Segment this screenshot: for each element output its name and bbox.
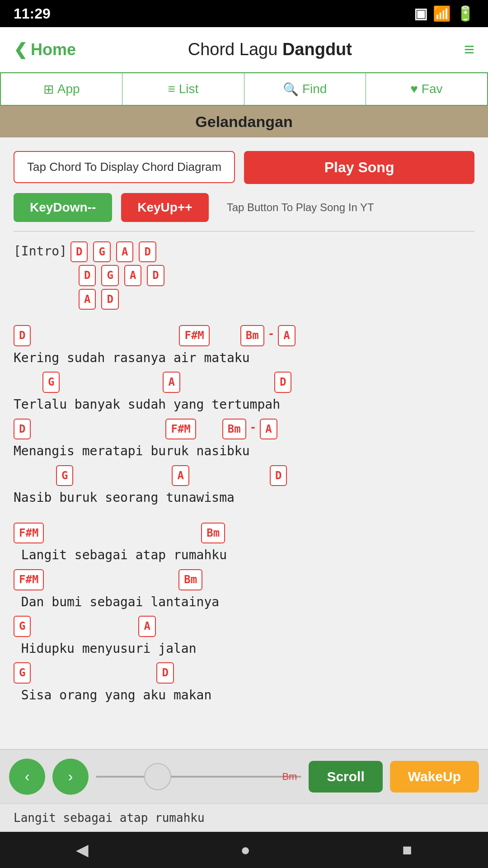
status-icons: ▣ 📶 🔋 (414, 5, 474, 22)
prev-icon: ‹ (25, 768, 30, 785)
chord-v1-A2[interactable]: A (163, 372, 180, 392)
chord-D2[interactable]: D (139, 241, 156, 262)
song-title: Gelandangan (195, 113, 292, 131)
preview-lyric-bar: Langit sebagai atap rumahku (0, 803, 488, 832)
chord-v1-D2[interactable]: D (274, 372, 291, 392)
chord-c-Bm1[interactable]: Bm (201, 523, 225, 543)
android-nav-bar: ◀ ● ■ (0, 832, 488, 868)
chord-v1-FsharpM2[interactable]: F#M (165, 419, 196, 439)
play-song-button[interactable]: Play Song (244, 151, 474, 184)
chord-dash2: - (248, 418, 258, 440)
chord-v1-Bm2[interactable]: Bm (222, 419, 246, 439)
intro-line-2: D G A D (77, 264, 474, 287)
intro-block: [Intro] D G A D D G A D A D (14, 241, 474, 311)
lyric-3: Menangis meratapi buruk nasibku (14, 441, 474, 462)
tap-chord-button[interactable]: Tap Chord To Display Chord Diagram (14, 151, 235, 183)
next-icon: › (68, 768, 73, 785)
scroll-button[interactable]: Scroll (309, 761, 382, 793)
next-button[interactable]: › (52, 759, 89, 795)
intro-line-1: [Intro] D G A D (14, 241, 474, 263)
chorus-chord-row3: G A (14, 615, 474, 637)
chorus-chord-row4: G D (14, 661, 474, 684)
chord-G2[interactable]: G (101, 265, 118, 286)
signal-icon: 📶 (433, 5, 451, 22)
home-button[interactable]: ❮ Home (14, 40, 76, 59)
chord-v1-Bm1[interactable]: Bm (240, 325, 264, 346)
key-up-button[interactable]: KeyUp++ (121, 193, 208, 222)
chord-D3[interactable]: D (79, 265, 96, 286)
chord-v1-A3[interactable]: A (260, 419, 277, 439)
chord-c-G1[interactable]: G (14, 616, 31, 637)
intro-line-3: A D (77, 288, 474, 311)
slider-track (96, 776, 301, 778)
chord-dash1: - (266, 324, 276, 347)
sim-icon: ▣ (414, 5, 427, 22)
home-label: Home (31, 40, 76, 59)
chord-v1-D3[interactable]: D (14, 419, 31, 439)
android-recent-button[interactable]: ■ (402, 840, 412, 859)
android-back-button[interactable]: ◀ (76, 840, 89, 859)
fav-icon: ♥ (410, 82, 418, 96)
nav-title: Chord Lagu Dangdut (188, 40, 352, 59)
chord-v1-A4[interactable]: A (172, 465, 189, 486)
chord-c-FsharpM1[interactable]: F#M (14, 523, 44, 543)
chord-sheet: [Intro] D G A D D G A D A D D (14, 241, 474, 706)
chord-v1-A1[interactable]: A (278, 325, 295, 346)
chord-v1-G1[interactable]: G (42, 372, 60, 392)
chorus-lyric-2: Dan bumi sebagai lantainya (14, 592, 474, 613)
chord-A2[interactable]: A (124, 265, 141, 286)
preview-lyric-text: Langit sebagai atap rumahku (14, 811, 205, 825)
chord-G1[interactable]: G (93, 241, 110, 262)
chord-c-G2[interactable]: G (14, 662, 31, 683)
chorus-lyric-3: Hidupku menyusuri jalan (14, 639, 474, 659)
yt-hint: Tap Button To Play Song In YT (227, 201, 374, 214)
verse1-chord-row1: D F#M Bm - A (14, 324, 474, 347)
chord-A1[interactable]: A (116, 241, 133, 262)
chord-c-D1[interactable]: D (156, 662, 174, 683)
top-nav: ❮ Home Chord Lagu Dangdut ≡ (0, 27, 488, 72)
key-down-button[interactable]: KeyDown-- (14, 193, 112, 222)
chord-A3[interactable]: A (79, 289, 96, 310)
chord-c-Bm2[interactable]: Bm (178, 569, 202, 590)
slider-thumb[interactable] (144, 763, 171, 790)
slider-bm-label: Bm (282, 771, 297, 783)
chorus-block: F#M Bm Langit sebagai atap rumahku F#M B… (14, 522, 474, 706)
back-arrow-icon: ❮ (14, 40, 27, 59)
key-row: KeyDown-- KeyUp++ Tap Button To Play Son… (14, 193, 474, 222)
chord-v1-D4[interactable]: D (270, 465, 287, 486)
chord-D4[interactable]: D (147, 265, 164, 286)
tab-fav[interactable]: ♥ Fav (366, 73, 487, 105)
verse1-chord-row4: G A D (14, 464, 474, 487)
lyric-2: Terlalu banyak sudah yang tertumpah (14, 395, 474, 415)
tab-bar: ⊞ App ≡ List 🔍 Find ♥ Fav (0, 72, 488, 106)
scroll-slider[interactable]: Bm (96, 763, 301, 790)
android-home-button[interactable]: ● (240, 840, 250, 859)
chord-v1-FsharpM1[interactable]: F#M (179, 325, 209, 346)
verse1-chord-row2: G A D (14, 371, 474, 393)
chord-v1-G2[interactable]: G (56, 465, 73, 486)
intro-label: [Intro] (14, 241, 67, 262)
battery-icon: 🔋 (456, 5, 474, 22)
divider (14, 231, 474, 231)
menu-icon: ≡ (464, 39, 474, 59)
tab-list[interactable]: ≡ List (122, 73, 244, 105)
tab-find[interactable]: 🔍 Find (244, 73, 366, 105)
bottom-bar: ‹ › Bm Scroll WakeUp (0, 749, 488, 803)
chord-D1[interactable]: D (70, 241, 88, 262)
chord-c-FsharpM2[interactable]: F#M (14, 569, 44, 590)
tab-app[interactable]: ⊞ App (1, 73, 122, 105)
chord-c-A1[interactable]: A (138, 616, 155, 637)
find-icon: 🔍 (283, 82, 299, 97)
wakeup-button[interactable]: WakeUp (390, 761, 479, 793)
menu-button[interactable]: ≡ (464, 39, 474, 60)
verse-1-block: D F#M Bm - A Kering sudah rasanya air ma… (14, 324, 474, 508)
list-icon: ≡ (168, 82, 175, 96)
song-title-bar: Gelandangan (0, 106, 488, 137)
chorus-chord-row2: F#M Bm (14, 568, 474, 591)
prev-button[interactable]: ‹ (9, 759, 45, 795)
chord-D5[interactable]: D (101, 289, 118, 310)
lyric-4: Nasib buruk seorang tunawisma (14, 488, 474, 508)
chord-v1-D[interactable]: D (14, 325, 31, 346)
status-bar: 11:29 ▣ 📶 🔋 (0, 0, 488, 27)
lyric-1: Kering sudah rasanya air mataku (14, 348, 474, 368)
